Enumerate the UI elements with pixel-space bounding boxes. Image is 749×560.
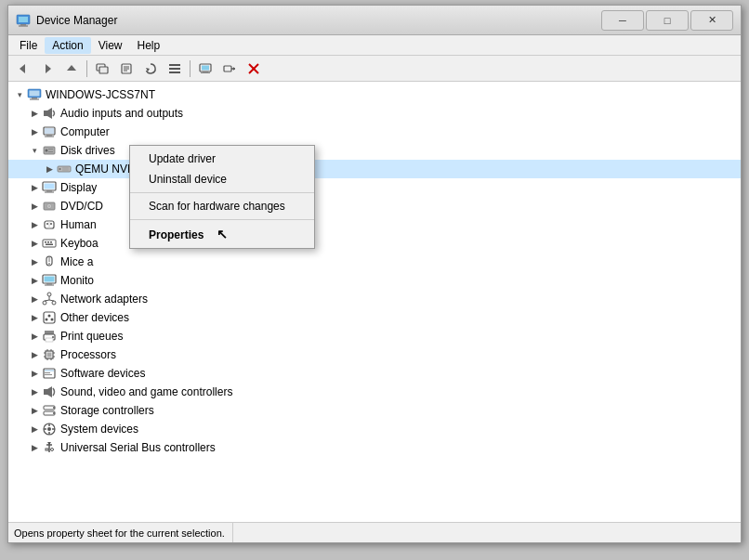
tree-item-system[interactable]: ▶ System devices bbox=[8, 420, 741, 438]
menu-help[interactable]: Help bbox=[130, 37, 168, 54]
svg-marker-96 bbox=[47, 386, 52, 397]
tree-item-audio[interactable]: ▶ Audio inputs and outputs bbox=[8, 104, 741, 123]
menu-view[interactable]: View bbox=[91, 37, 130, 54]
svg-rect-64 bbox=[45, 277, 55, 282]
tree-item-usb[interactable]: ▶ Universal Serial Bus controllers bbox=[8, 438, 741, 457]
svg-marker-4 bbox=[20, 64, 25, 73]
keyboard-icon bbox=[42, 236, 57, 251]
back-button[interactable] bbox=[12, 59, 34, 79]
expand-usb[interactable]: ▶ bbox=[27, 440, 42, 455]
context-menu: Update driver Uninstall device Scan for … bbox=[129, 145, 315, 249]
tree-item-hid[interactable]: ▶ Human bbox=[8, 215, 741, 234]
ctx-properties[interactable]: Properties ↖ bbox=[130, 223, 314, 245]
status-text: Opens property sheet for the current sel… bbox=[14, 523, 233, 542]
maximize-button[interactable]: □ bbox=[646, 10, 689, 31]
expand-keyboard[interactable]: ▶ bbox=[27, 236, 42, 251]
expand-storage[interactable]: ▶ bbox=[27, 403, 42, 418]
up-button[interactable] bbox=[60, 59, 83, 79]
expand-processor[interactable]: ▶ bbox=[27, 347, 42, 362]
svg-point-67 bbox=[47, 293, 51, 296]
qemu-icon bbox=[57, 162, 72, 176]
tree-item-other[interactable]: ▶ Other devices bbox=[8, 308, 741, 327]
monitor-button[interactable] bbox=[194, 59, 217, 79]
expand-network[interactable]: ▶ bbox=[27, 292, 42, 306]
tree-item-display[interactable]: ▶ Display bbox=[8, 178, 741, 197]
display-icon bbox=[42, 180, 57, 195]
expand-display[interactable]: ▶ bbox=[27, 180, 42, 195]
disconnect-button[interactable] bbox=[243, 59, 265, 79]
expand-audio[interactable]: ▶ bbox=[27, 106, 42, 121]
tree-item-keyboard[interactable]: ▶ Keyboa bbox=[8, 234, 741, 253]
window-icon bbox=[16, 13, 31, 28]
expand-other[interactable]: ▶ bbox=[27, 310, 42, 325]
svg-rect-58 bbox=[50, 241, 52, 243]
svg-rect-2 bbox=[20, 24, 26, 26]
audio-icon bbox=[42, 106, 57, 121]
svg-point-41 bbox=[59, 168, 61, 170]
expand-sound[interactable]: ▶ bbox=[27, 384, 42, 399]
svg-rect-39 bbox=[48, 151, 53, 152]
svg-marker-23 bbox=[233, 67, 235, 71]
monitor-device-icon bbox=[42, 273, 57, 288]
tree-item-dvd[interactable]: ▶ DVD/CD bbox=[8, 197, 741, 215]
svg-rect-33 bbox=[45, 128, 54, 134]
ctx-scan-hardware[interactable]: Scan for hardware changes bbox=[130, 196, 314, 216]
tree-item-processor[interactable]: ▶ Processors bbox=[8, 345, 741, 364]
svg-rect-45 bbox=[45, 184, 55, 189]
expand-monitor[interactable]: ▶ bbox=[27, 273, 42, 288]
tree-item-sound[interactable]: ▶ Sound, video and game controllers bbox=[8, 383, 741, 401]
svg-point-53 bbox=[50, 223, 52, 225]
tree-item-computer[interactable]: ▶ Computer bbox=[8, 123, 741, 141]
tree-storage-label: Storage controllers bbox=[60, 404, 154, 417]
forward-button[interactable] bbox=[36, 59, 59, 79]
tree-item-disk[interactable]: ▾ Disk drives bbox=[8, 141, 741, 160]
expand-root[interactable]: ▾ bbox=[12, 87, 27, 102]
menu-action[interactable]: Action bbox=[45, 37, 90, 54]
expand-qemu[interactable]: ▶ bbox=[42, 162, 57, 176]
expand-mouse[interactable]: ▶ bbox=[27, 254, 42, 269]
tree-view[interactable]: ▾ WINDOWS-JCSS7NT ▶ bbox=[8, 82, 741, 522]
tree-item-mouse[interactable]: ▶ Mice a bbox=[8, 253, 741, 271]
tree-item-qemu[interactable]: ▶ QEMU NVMe Ctrl bbox=[8, 160, 741, 178]
connect-button[interactable] bbox=[218, 59, 241, 79]
tree-root[interactable]: ▾ WINDOWS-JCSS7NT bbox=[8, 85, 741, 104]
menu-file[interactable]: File bbox=[12, 37, 45, 54]
svg-rect-34 bbox=[46, 135, 52, 137]
expand-dvd[interactable]: ▶ bbox=[27, 199, 42, 214]
title-bar: Device Manager ─ □ ✕ bbox=[8, 6, 741, 35]
ctx-uninstall-device[interactable]: Uninstall device bbox=[130, 169, 314, 189]
refresh-button[interactable] bbox=[139, 59, 162, 79]
content-area: ▾ WINDOWS-JCSS7NT ▶ bbox=[8, 82, 741, 522]
expand-software[interactable]: ▶ bbox=[27, 366, 42, 381]
expand-system[interactable]: ▶ bbox=[27, 422, 42, 436]
tree-item-software[interactable]: ▶ Software devices bbox=[8, 364, 741, 383]
tree-system-label: System devices bbox=[60, 423, 138, 436]
tree-item-network[interactable]: ▶ Network adapters bbox=[8, 290, 741, 308]
window-controls: ─ □ ✕ bbox=[601, 10, 733, 31]
close-button[interactable]: ✕ bbox=[690, 10, 733, 31]
window-title: Device Manager bbox=[36, 14, 601, 27]
svg-rect-1 bbox=[19, 17, 28, 22]
tree-item-print[interactable]: ▶ Print queues bbox=[8, 327, 741, 345]
svg-point-100 bbox=[53, 412, 55, 414]
tree-item-monitor[interactable]: ▶ Monito bbox=[8, 271, 741, 290]
network-icon bbox=[42, 292, 57, 306]
svg-rect-14 bbox=[169, 64, 180, 66]
list-button[interactable] bbox=[164, 59, 186, 79]
expand-hid[interactable]: ▶ bbox=[27, 217, 42, 232]
properties-toolbar-button[interactable] bbox=[115, 59, 138, 79]
svg-rect-77 bbox=[45, 331, 54, 334]
tree-item-storage[interactable]: ▶ Storage controllers bbox=[8, 401, 741, 420]
svg-point-99 bbox=[53, 407, 55, 409]
expand-disk[interactable]: ▾ bbox=[27, 143, 42, 158]
svg-rect-38 bbox=[48, 149, 53, 150]
minimize-button[interactable]: ─ bbox=[601, 10, 644, 31]
system-icon bbox=[42, 422, 57, 436]
expand-computer[interactable]: ▶ bbox=[27, 124, 42, 139]
hid-icon bbox=[42, 217, 57, 232]
show-hidden-button[interactable] bbox=[91, 59, 113, 79]
svg-rect-82 bbox=[47, 353, 52, 358]
ctx-update-driver[interactable]: Update driver bbox=[130, 149, 314, 169]
expand-print[interactable]: ▶ bbox=[27, 329, 42, 344]
device-manager-window: Device Manager ─ □ ✕ File Action View He… bbox=[7, 5, 742, 543]
